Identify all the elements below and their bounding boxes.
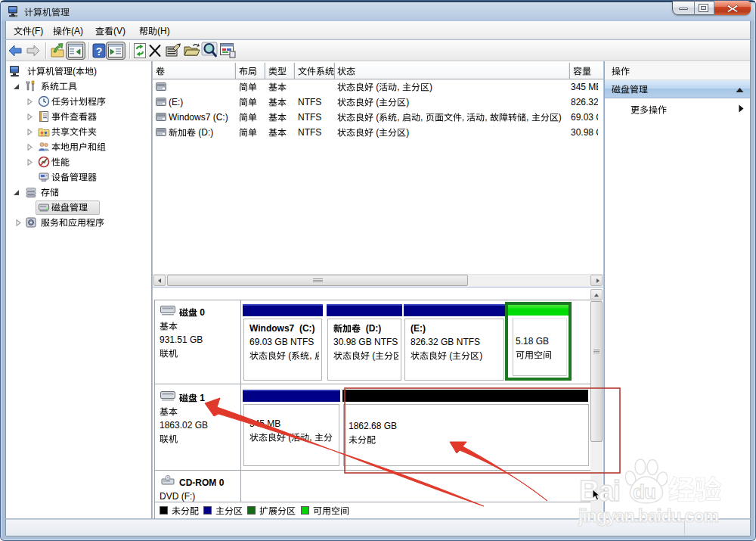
- svg-text:?: ?: [96, 45, 103, 58]
